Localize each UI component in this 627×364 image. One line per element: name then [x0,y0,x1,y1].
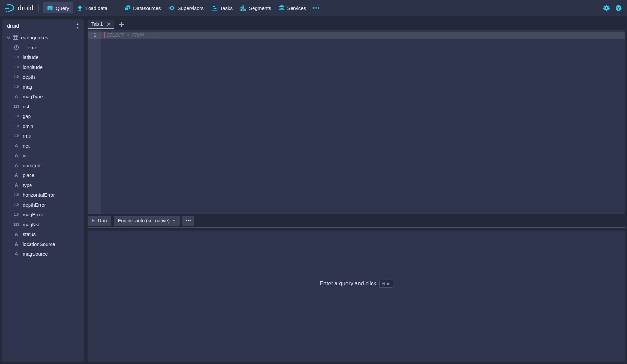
nav-item-label: Services [287,5,306,11]
column-row[interactable]: A magSource [2,249,84,259]
run-button-label: Run [98,218,107,223]
duplicate-icon [125,5,130,11]
navbar-more-menu[interactable]: ••• [310,5,323,10]
column-name: nst [23,104,29,109]
nav-item-query[interactable]: Query [43,2,73,13]
svg-text:?: ? [617,6,620,10]
column-row[interactable]: A status [2,229,84,239]
column-name: magType [23,94,43,99]
column-type-icon: 1.0 [14,193,19,197]
close-icon[interactable] [107,22,111,26]
stacked-chart-icon [240,5,246,11]
column-type-icon: 1.0 [14,213,19,216]
column-type-icon: 123 [13,223,19,226]
column-type-icon: A [15,153,18,158]
column-type-icon: A [15,143,18,148]
column-row[interactable]: 1.0 longitude [2,62,84,72]
column-name: __time [23,45,37,50]
engine-select-button[interactable]: Engine: auto (sql-native) [114,216,180,226]
column-row[interactable]: 1.0 depthError [2,200,84,210]
column-row[interactable]: 1.0 dmin [2,121,84,131]
sidebar-header: druid [2,19,84,32]
column-name: rms [23,133,31,139]
column-name: magNst [23,222,40,227]
empty-state-text: Enter a query and click [320,280,376,287]
nav-item-datasources[interactable]: Datasources [121,2,165,13]
play-icon [92,219,95,223]
datasource-row-earthquakes[interactable]: earthquakes [2,32,84,42]
eye-icon [169,5,175,10]
top-navbar: druid Query Load data [0,0,627,16]
column-row[interactable]: 1.0 latitude [2,52,84,62]
column-name: depthError [23,202,46,208]
editor-active-line [88,32,625,39]
column-type-icon: 1.0 [14,124,19,128]
navbar-divider [116,4,116,11]
query-tab-bar: Tab 1 [88,20,124,29]
gear-icon[interactable] [603,5,610,11]
datasource-name: earthquakes [21,35,48,40]
nav-item-segments[interactable]: Segments [236,2,275,13]
run-bar: Run Engine: auto (sql-native) [88,216,194,226]
column-row[interactable]: A net [2,141,84,151]
column-name: place [23,172,34,178]
query-editor[interactable]: 1 SELECT * FROM ... [88,30,625,214]
editor-placeholder: SELECT * FROM ... [107,32,155,39]
column-row[interactable]: 1.0 gap [2,111,84,121]
column-row[interactable]: A locationSource [2,239,84,249]
double-caret-vertical-icon[interactable] [76,23,79,29]
ellipsis-icon [186,220,187,221]
column-type-icon: 1.0 [14,85,19,89]
column-row[interactable]: 1.0 rms [2,131,84,141]
column-type-icon: A [15,172,18,178]
tab-tab1[interactable]: Tab 1 [88,20,114,29]
engine-label: Engine: auto (sql-native) [118,218,170,223]
column-row[interactable]: A place [2,170,84,180]
column-name: magSource [23,251,48,257]
column-row[interactable]: A id [2,151,84,160]
column-type-icon: 1.0 [14,203,19,207]
column-row[interactable]: __time [2,42,84,52]
column-row[interactable]: 123 nst [2,101,84,111]
navbar-divider [38,4,39,11]
plus-icon[interactable] [119,22,124,27]
nav-item-label: Load data [86,5,108,11]
column-row[interactable]: 1.0 magError [2,210,84,219]
column-row[interactable]: A updated [2,160,84,170]
nav-item-label: Datasources [133,5,161,11]
nav-item-tasks[interactable]: Tasks [208,2,236,13]
column-name: net [23,143,30,149]
druid-logo-icon [5,4,14,12]
column-name: horizontalError [23,192,55,198]
column-row[interactable]: A type [2,180,84,190]
nav-item-load-data[interactable]: Load data [73,2,111,13]
column-row[interactable]: 123 magNst [2,219,84,229]
column-type-icon: 1.0 [14,75,19,79]
column-type-icon: A [15,232,18,237]
column-row[interactable]: 1.0 mag [2,82,84,91]
nav-item-services[interactable]: Services [275,2,310,13]
upload-arrow-icon [77,5,83,11]
column-name: depth [23,74,35,80]
panel-resize-handle[interactable] [88,227,625,228]
more-actions-button[interactable] [182,216,194,226]
chevron-down-icon [7,36,10,39]
database-icon [279,5,284,11]
run-button[interactable]: Run [88,216,111,226]
druid-logo[interactable]: druid [5,4,34,12]
help-circle-icon[interactable]: ? [616,5,622,11]
column-name: magError [23,212,43,217]
console-icon [47,5,53,11]
column-row[interactable]: A magType [2,91,84,101]
nav-item-supervisors[interactable]: Supervisors [165,2,208,13]
column-type-icon: 1.0 [14,65,19,69]
column-row[interactable]: 1.0 horizontalError [2,190,84,200]
column-name: status [23,232,36,237]
column-type-icon: 123 [13,105,19,108]
column-row[interactable]: 1.0 depth [2,72,84,82]
column-type-icon: A [15,241,18,247]
column-type-icon: A [15,94,18,99]
column-type-icon: A [15,182,18,188]
tab-label: Tab 1 [91,21,103,27]
column-name: dmin [23,123,33,129]
